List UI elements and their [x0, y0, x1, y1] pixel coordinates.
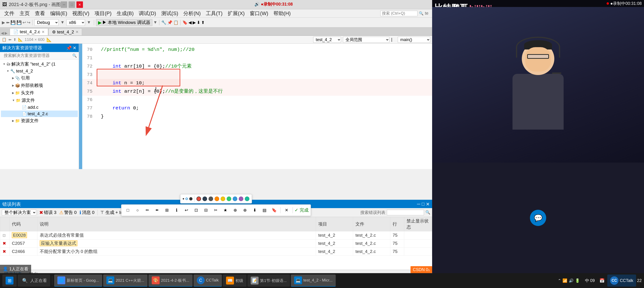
draw-download-btn[interactable]: ⬇: [250, 206, 259, 214]
search-icon[interactable]: 🔍: [419, 11, 424, 16]
menu-project[interactable]: 项目(P): [92, 9, 114, 18]
tree-external-deps[interactable]: ▶ 📦 外部依赖项: [1, 82, 78, 89]
color-dark[interactable]: [202, 196, 207, 201]
error-panel-float[interactable]: □: [422, 201, 424, 207]
error-count-badge[interactable]: ✖ 错误 3: [39, 210, 56, 216]
draw-complete-btn[interactable]: ✓ 完成: [294, 207, 308, 213]
error-search-icon[interactable]: 🔍: [426, 210, 430, 215]
notif-icon-1[interactable]: 📅: [600, 278, 604, 283]
tray-up-icon[interactable]: ⌃: [558, 278, 561, 283]
tab-nav-left[interactable]: ◀: [1, 31, 4, 35]
sidebar-pin-icon[interactable]: 📌: [66, 45, 72, 51]
color-purple[interactable]: [239, 196, 244, 201]
draw-circle-btn[interactable]: ○: [133, 206, 142, 214]
color-green[interactable]: [227, 196, 232, 201]
draw-star-btn[interactable]: ★: [221, 206, 230, 214]
menu-window[interactable]: 窗口(W): [248, 9, 270, 18]
error-filter-dropdown[interactable]: 整个解决方案: [2, 210, 36, 216]
draw-pen-btn[interactable]: ✒: [153, 206, 161, 214]
taskbar-vs-2[interactable]: 💻 test_4_2 - Micr...: [291, 274, 336, 286]
size-small[interactable]: [183, 198, 184, 200]
draw-plus-btn[interactable]: ⊕: [231, 206, 239, 214]
color-yellow[interactable]: [221, 196, 225, 201]
menu-tools[interactable]: 工具(T): [204, 9, 225, 18]
error-panel-close[interactable]: ✕: [426, 201, 430, 207]
color-blue[interactable]: [233, 196, 238, 201]
error-row-1[interactable]: ✖ C2057 应输入常量表达式 test_4_2 test_4_2.c 75: [0, 240, 432, 248]
tray-network-icon[interactable]: 📶: [562, 278, 567, 283]
error-row-2[interactable]: ✖ C2466 不能分配常量大小为 0 的数组 test_4_2 test_4_…: [0, 248, 432, 256]
tree-solution[interactable]: ▼ 🗂 解决方案 "test_4_2" (1: [1, 60, 78, 68]
taskbar-search[interactable]: 🔍 人正在看: [18, 274, 50, 286]
menu-edit[interactable]: 编辑(E): [48, 9, 70, 18]
taskbar-book[interactable]: 📖 初级: [223, 274, 246, 286]
tab-close-1[interactable]: ✕: [42, 30, 44, 34]
run-button[interactable]: ▶ ▶ 本地 Windows 调试器: [96, 19, 152, 26]
color-gray[interactable]: [209, 196, 213, 201]
menu-home[interactable]: 主页: [17, 9, 32, 18]
taskbar-vs-1[interactable]: 💻 2021 C++火箭...: [103, 274, 148, 286]
draw-pencil-btn[interactable]: ✏: [143, 206, 152, 214]
menu-test[interactable]: 测试(S): [159, 9, 180, 18]
menu-debug[interactable]: 调试(D): [136, 9, 158, 18]
config-dropdown[interactable]: Debug Release: [34, 19, 58, 26]
size-medium[interactable]: [186, 198, 188, 200]
tree-headers[interactable]: ▶ 📁 头文件: [1, 89, 78, 96]
menu-help[interactable]: 帮助(H): [271, 9, 293, 18]
chat-icon[interactable]: 💬: [530, 210, 546, 226]
tab-nav-right[interactable]: ▶: [5, 31, 8, 35]
draw-minus-btn[interactable]: ⊟: [202, 206, 210, 214]
taskbar-start[interactable]: ⊞: [2, 274, 17, 286]
menu-view2[interactable]: 视图(V): [70, 9, 92, 18]
draw-frame-btn[interactable]: ⊡: [192, 206, 200, 214]
draw-target-btn[interactable]: ⊕: [241, 206, 249, 214]
tab-close-2[interactable]: ✕: [76, 30, 78, 34]
code-editor[interactable]: 70 //printf("num = %d\n", num);//20 71 7…: [79, 44, 432, 169]
tray-battery-icon[interactable]: 🔋: [575, 278, 580, 283]
tree-project[interactable]: ▼ 🔧 test_4_2: [1, 68, 78, 74]
tree-resources[interactable]: ▶ 📁 资源文件: [1, 117, 78, 124]
error-search-input[interactable]: [387, 210, 424, 215]
draw-table-btn[interactable]: ▤: [260, 206, 268, 214]
draw-bookmark-btn[interactable]: 🔖: [270, 206, 278, 214]
size-large[interactable]: [189, 197, 192, 200]
menu-extensions[interactable]: 扩展(X): [225, 9, 247, 18]
sidebar-close-icon[interactable]: ✕: [73, 45, 76, 51]
draw-scissors-btn[interactable]: ✂: [212, 206, 220, 214]
error-row-0[interactable]: ⊡ E0028 表达式必须含有常量值 test_4_2 test_4_2.c 7…: [0, 231, 432, 240]
draw-info-btn[interactable]: ℹ: [172, 206, 181, 214]
draw-undo-btn[interactable]: ↩: [182, 206, 190, 214]
menu-analyze[interactable]: 分析(N): [181, 9, 203, 18]
draw-rect-btn[interactable]: □: [124, 206, 132, 214]
taskbar-paint[interactable]: 🎨 2021-4-2-板书...: [148, 274, 192, 286]
menu-view[interactable]: 查看: [32, 9, 48, 18]
draw-grid-btn[interactable]: ⊞: [163, 206, 171, 214]
tree-sources[interactable]: ▼ 📁 源文件: [1, 96, 78, 104]
menu-file[interactable]: 文件: [2, 9, 17, 18]
taskbar-browser[interactable]: 🌐 新标签页 - Goog...: [54, 274, 102, 286]
sidebar-search-input[interactable]: [2, 52, 72, 59]
error-table-container[interactable]: 代码 说明 项目 文件 行 禁止显示状态 ⊡ E0028 表达式必须含有常量值 …: [0, 217, 432, 256]
tray-volume-icon[interactable]: 🔊: [569, 278, 574, 283]
taskbar-cctalk[interactable]: C CCTalk: [194, 274, 222, 286]
tree-references[interactable]: ▶ 📎 引用: [1, 74, 78, 82]
ime-num-icon[interactable]: 09: [590, 278, 595, 283]
draw-close-btn[interactable]: ✕: [282, 206, 291, 214]
message-count-badge[interactable]: ℹ 消息 0: [80, 210, 94, 216]
minimize-button[interactable]: ─: [61, 2, 67, 8]
color-orange[interactable]: [215, 196, 219, 201]
nav-member-dropdown[interactable]: main(): [398, 37, 430, 43]
close-button[interactable]: ✕: [76, 2, 83, 8]
taskbar-notes[interactable]: 📝 第1节-初级语...: [248, 274, 290, 286]
ime-zh-icon[interactable]: 中: [585, 278, 589, 283]
tab-test-4-2-c[interactable]: 📄 test_4_2.c ✕: [10, 28, 48, 35]
color-teal[interactable]: [245, 196, 250, 201]
color-red[interactable]: [196, 196, 201, 201]
menu-build[interactable]: 生成(B): [114, 9, 136, 18]
warning-count-badge[interactable]: ⚠ 警告 0: [59, 210, 77, 216]
tab-test-4-2[interactable]: ⚙ test_4_2 ✕: [48, 28, 82, 35]
platform-dropdown[interactable]: x86 x64: [66, 19, 85, 26]
cctalk-brand-right[interactable]: CC CCTalk: [607, 274, 636, 286]
search-input[interactable]: [380, 11, 418, 16]
error-panel-minimize[interactable]: ─: [417, 201, 420, 207]
